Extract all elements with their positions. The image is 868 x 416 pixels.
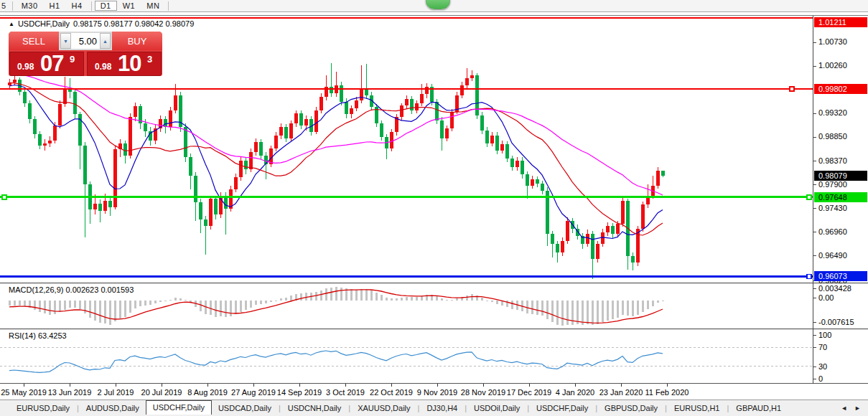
price-level-badge: 0.99802 (814, 84, 867, 94)
time-axis-label: 11 Feb 2020 (645, 388, 689, 397)
volume-decrease-button[interactable]: ▼ (60, 33, 71, 49)
sell-price-pip-digit: 9 (70, 54, 75, 65)
time-axis-label: 27 Aug 2019 (231, 388, 276, 397)
time-axis-tick (70, 384, 70, 387)
green-pill-artifact (426, 0, 450, 9)
price-level-badge: 0.97648 (814, 192, 867, 202)
time-axis-tick (207, 384, 208, 387)
chart-tab-gbpaud-h1[interactable]: GBPAUD,H1 (729, 402, 788, 414)
time-axis-tick (253, 384, 254, 387)
price-tick-label: 0.98370 (818, 156, 847, 166)
axis-tick (813, 367, 816, 367)
volume-spinner: ▼ 5.00 ▲ (59, 32, 112, 50)
time-axis-tick (483, 384, 484, 387)
buy-price-pip-digit: 3 (147, 54, 152, 65)
price-tick-label: 1.00730 (818, 37, 847, 47)
price-tick-label: 0.96490 (818, 251, 847, 260)
axis-tick (813, 335, 816, 336)
time-axis: 25 May 201913 Jun 20192 Jul 201920 Jul 2… (0, 384, 868, 399)
time-axis-label: 17 Dec 2019 (507, 388, 551, 397)
chart-tab-audusd-daily[interactable]: AUDUSD,Daily (80, 402, 146, 414)
tab-scroll-buttons: ◄ ► (841, 405, 868, 412)
volume-increase-button[interactable]: ▲ (100, 33, 111, 49)
time-axis-label: 14 Sep 2019 (277, 388, 322, 397)
time-axis-tick (667, 384, 668, 387)
macd-rsi-splitter[interactable] (0, 328, 868, 330)
chart-tab-eurusd-h1[interactable]: EURUSD,H1 (668, 402, 727, 414)
time-axis-label: 13 Jun 2019 (48, 388, 92, 397)
timeframe-buttons: M30H1H4D1W1MN (16, 1, 172, 11)
rsi-scale-label: 30 (818, 362, 827, 372)
chart-tabs: EURUSD,Daily|AUDUSD,DailyUSDCHF,DailyUSD… (10, 401, 788, 415)
chart-tab-usdchf-daily[interactable]: USDCHF,Daily (146, 400, 212, 415)
time-axis-label: 25 May 2019 (1, 388, 47, 397)
axis-tick (813, 232, 816, 232)
rsi-scale-label: 100 (818, 331, 831, 340)
axis-tick (813, 137, 816, 138)
main-macd-splitter[interactable] (0, 283, 868, 284)
terminal-window: 5 M30H1H4D1W1MN ▲ USDCHF,Daily 0.98175 0… (0, 0, 868, 416)
time-axis-label: 28 Nov 2019 (461, 388, 505, 397)
axis-tick (813, 255, 816, 256)
buy-price-display[interactable]: 0.98 10 3 (87, 52, 162, 76)
axis-tick (813, 347, 816, 348)
sell-price-big-digits: 07 (40, 52, 63, 76)
chart-tab-gbpusd-daily[interactable]: GBPUSD,Daily (598, 402, 664, 414)
price-tick-label: 0.97430 (818, 204, 847, 213)
rsi-scale-label: 70 (818, 343, 827, 352)
axis-tick (813, 66, 816, 67)
chart-tab-usdchf-daily[interactable]: USDCHF,Daily (530, 402, 594, 414)
time-axis-tick (391, 384, 392, 387)
toolbar-separator (91, 1, 92, 11)
price-axis: 1.007301.002600.993200.988500.983700.979… (813, 16, 868, 399)
timeframe-button-partial[interactable]: 5 (0, 1, 9, 11)
chart-title: ▲ USDCHF,Daily 0.98175 0.98177 0.98042 0… (9, 19, 194, 28)
axis-tick (813, 161, 816, 161)
time-axis-label: 4 Jan 2020 (556, 388, 594, 397)
sell-price-display[interactable]: 0.98 07 9 (9, 52, 84, 76)
timeframe-button-h4[interactable]: H4 (66, 1, 88, 11)
timeframe-button-w1[interactable]: W1 (117, 1, 141, 11)
tab-scroll-right-button[interactable]: ► (854, 405, 861, 412)
timeframe-button-m30[interactable]: M30 (16, 1, 44, 11)
chart-tab-eurusd-daily[interactable]: EURUSD,Daily (10, 402, 76, 414)
chart-symbol-label: USDCHF,Daily (18, 19, 70, 28)
rsi-pane-canvas[interactable] (0, 330, 813, 383)
timeframe-button-h1[interactable]: H1 (44, 1, 66, 11)
price-tick-label: 0.98850 (818, 132, 847, 141)
chart-tab-usdoil-daily[interactable]: USDOil,Daily (467, 402, 526, 414)
chart-tab-usdcad-daily[interactable]: USDCAD,Daily (212, 402, 278, 414)
axis-tick (813, 184, 816, 185)
one-click-collapse-icon[interactable]: ▲ (9, 21, 14, 27)
timeframe-button-d1[interactable]: D1 (95, 1, 117, 11)
axis-tick (813, 113, 816, 114)
axis-tick (813, 42, 816, 43)
tab-scroll-left-button[interactable]: ◄ (841, 405, 847, 412)
volume-input[interactable]: 5.00 (71, 33, 100, 49)
chart-tab-bar: EURUSD,Daily|AUDUSD,DailyUSDCHF,DailyUSD… (0, 400, 868, 416)
time-axis-label: 22 Oct 2019 (370, 388, 413, 397)
time-axis-label: 9 Nov 2019 (417, 388, 457, 397)
time-axis-tick (299, 384, 300, 387)
timeframe-button-mn[interactable]: MN (141, 1, 165, 11)
price-tick-label: 1.00260 (818, 61, 847, 70)
toolbar-separator (168, 1, 169, 11)
time-axis-label: 3 Oct 2019 (326, 388, 365, 397)
time-axis-tick (621, 384, 622, 387)
macd-scale-max: 0.003428 (818, 284, 851, 293)
price-level-badge: 1.01211 (814, 17, 867, 27)
chart-tab-xauusd-daily[interactable]: XAUUSD,Daily (351, 402, 416, 414)
toolbar-separator (12, 1, 13, 11)
sell-button[interactable]: SELL (9, 32, 59, 50)
chart-tab-dj30-h4[interactable]: DJ30,H4 (420, 402, 464, 414)
axis-tick (813, 288, 816, 289)
macd-scale-min: -0.007615 (818, 318, 854, 327)
rsi-header: RSI(14) 63.4253 (9, 331, 67, 340)
time-axis-label: 23 Jan 2020 (599, 388, 643, 397)
chart-tab-usdcnh-daily[interactable]: USDCNH,Daily (281, 402, 348, 414)
buy-button[interactable]: BUY (112, 32, 162, 50)
sell-price-prefix: 0.98 (17, 62, 34, 72)
one-click-trade-panel: SELL ▼ 5.00 ▲ BUY 0.98 07 9 0.98 10 3 (9, 32, 162, 76)
price-level-badge: 0.98079 (814, 171, 867, 181)
chart-ohlc-values: 0.98175 0.98177 0.98042 0.98079 (73, 19, 194, 28)
